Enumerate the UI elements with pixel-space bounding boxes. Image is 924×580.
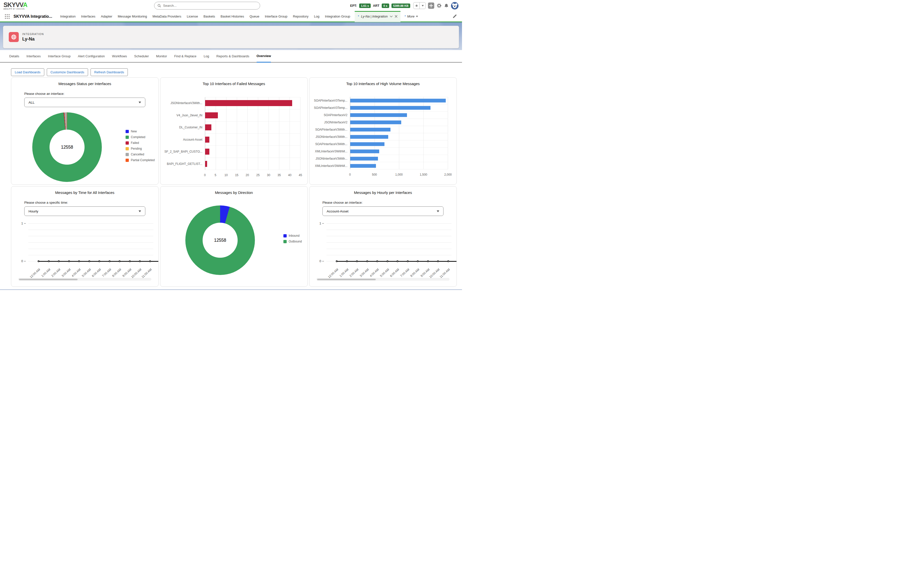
bar-category-label: SOAPInterfaceV3With... [311,142,350,146]
interface-filter-label: Please choose an interface: [24,92,145,96]
hourly-interface-select[interactable]: Account-Asset [322,206,444,216]
legend-label: Completed [131,135,145,139]
nav-tab-integration[interactable]: Integration [60,15,76,18]
bar-track [350,97,448,104]
nav-tab-more[interactable]: * More [404,15,418,18]
favorites-control[interactable] [413,2,426,9]
plus-icon[interactable] [428,3,434,9]
app-name[interactable]: SKYVVA Integratio... [13,14,52,19]
nav-more-label: More [407,15,415,18]
bar-row: Account-Asset [162,133,301,146]
nav-tab-integration-group[interactable]: Integration Group [325,15,350,18]
subtab-monitor[interactable]: Monitor [156,50,167,62]
subtab-overview[interactable]: Overview [256,50,271,63]
subtab-details[interactable]: Details [9,50,19,62]
nav-tab-license[interactable]: License [187,15,198,18]
subtab-interface-group[interactable]: Interface Group [48,50,71,62]
x-tick-label: 5:00 AM [370,268,390,286]
scrollbar-thumb[interactable] [19,279,77,280]
panel-messages-by-direction: Messages by Direction 12558 InboundOutbo… [160,186,307,287]
star-icon[interactable] [413,3,419,9]
interface-select[interactable]: ALL [24,97,145,107]
bar-value [350,120,401,124]
x-tick-label: 35 [278,173,281,177]
legend-swatch [126,130,129,133]
x-tick-label: 9:00 AM [411,268,430,286]
subtab-reports-dashboards[interactable]: Reports & Dashboards [216,50,249,62]
bar-category-label: XMLInterfaceV3WithM... [311,150,350,153]
record-subtabs: DetailsInterfacesInterface GroupAlert Co… [0,50,462,63]
nav-tab-baskets[interactable]: Baskets [204,15,215,18]
x-tick-label: 6:00 AM [380,268,400,286]
time-select[interactable]: Hourly [24,206,145,216]
nav-tab-active-label: Ly-Na | Integration [361,15,388,18]
subtab-scheduler[interactable]: Scheduler [134,50,149,62]
subtab-workflows[interactable]: Workflows [112,50,127,62]
legend-swatch [283,240,287,243]
bell-icon[interactable] [444,3,449,8]
pencil-icon[interactable] [452,14,457,19]
x-tick-label: 11:00 AM [133,268,152,286]
nav-tab-adapter[interactable]: Adapter [101,15,112,18]
nav-tab-queue[interactable]: Queue [250,15,260,18]
caret-down-icon [416,16,418,17]
waffle-icon[interactable] [5,14,10,19]
nav-tab-basket-histories[interactable]: Basket Histories [220,15,244,18]
nav-tab-repository[interactable]: Repository [293,15,308,18]
integration-record-tile [9,32,19,42]
chart-horizontal-scrollbar[interactable] [316,278,449,280]
bar-category-label: SOAPInterfaceV3With... [311,128,350,131]
hourly-interface-select-value: Account-Asset [327,209,349,213]
x-tick-label: 1:00 AM [330,268,349,286]
nav-tab-active-ly-na[interactable]: * Ly-Na | Integration [355,11,401,22]
subtab-interfaces[interactable]: Interfaces [26,50,41,62]
panel-title: Messages by Time for All Interfaces [11,186,158,194]
search-input[interactable] [163,4,257,8]
volume-bars-x-axis: 05001,0001,5002,000 [350,170,448,178]
gridline [28,242,153,243]
gear-icon[interactable] [436,3,442,8]
gridline [28,236,153,236]
bar-value [350,149,379,153]
legend-item-outbound: Outbound [283,240,302,243]
x-tick-label: 4:00 AM [360,268,380,286]
y-axis-label-min: 0 [319,259,324,263]
scrollbar-thumb[interactable] [317,279,376,280]
bar-row: SOAPInterfaceV3Temp... [311,97,448,104]
nav-tab-log[interactable]: Log [314,15,319,18]
subtab-find-replace[interactable]: Find & Replace [174,50,196,62]
bar-value [205,100,292,106]
nav-tab-interfaces[interactable]: Interfaces [81,15,95,18]
legend-swatch [126,142,129,145]
subtab-alert-configuration[interactable]: Alert Configuration [78,50,105,62]
memory-value-badge: 5389.88 KB [391,3,410,8]
bar-track [350,148,448,155]
chevron-down-icon[interactable] [390,15,393,18]
x-tick-label: 10 [224,173,228,177]
subtab-log[interactable]: Log [204,50,209,62]
record-header-card: INTEGRATION Ly-Na [3,26,459,48]
legend-swatch [126,136,129,139]
bar-row: JSONInterfaceV2 [311,119,448,126]
chart-horizontal-scrollbar[interactable] [18,278,151,280]
bar-row: JSONInterfaceV3With... [162,97,301,109]
time-line-chart: 1012:00 AM1:00 AM2:00 AM3:00 AM4:00 AM5:… [28,223,153,261]
close-icon[interactable] [395,15,398,18]
nav-tab-metadata-providers[interactable]: MetaData Providers [153,15,181,18]
time-select-value: Hourly [28,209,38,213]
x-tick-label: 25 [256,173,260,177]
panel-failed-messages: Top 10 Interfaces of Failed Messages JSO… [160,77,307,185]
bar-row: V4_Json_2level_IN [162,109,301,122]
logo-wordmark: SKYVVA [3,2,27,8]
interface-filter-label: Please choose an interface: [322,201,444,204]
load-dashboards-button[interactable]: Load Dashboards [11,68,44,76]
gridline [326,223,452,224]
refresh-dashboards-button[interactable]: Refresh Dashboards [90,68,128,76]
avatar[interactable] [451,2,459,10]
record-type-label: INTEGRATION [22,33,44,36]
nav-tab-interface-group[interactable]: Interface Group [265,15,288,18]
favorites-caret[interactable] [419,3,426,9]
customize-dashboards-button[interactable]: Customize Dashboards [47,68,88,76]
global-search[interactable] [154,2,260,10]
nav-tab-message-monitoring[interactable]: Message Monitoring [118,15,147,18]
